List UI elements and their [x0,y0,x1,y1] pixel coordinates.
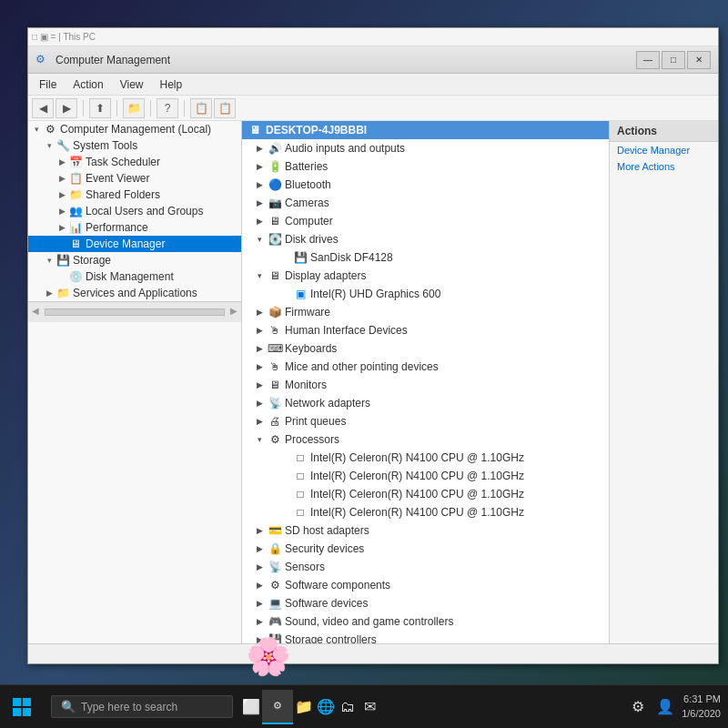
device-cpu-2[interactable]: □ Intel(R) Celeron(R) N4100 CPU @ 1.10GH… [242,485,609,503]
tree-local-users[interactable]: ▶ 👥 Local Users and Groups [28,203,241,219]
disk-drives-toggle: ▾ [249,235,268,244]
event-viewer-icon: 📋 [68,171,83,186]
close-button[interactable]: ✕ [687,51,711,69]
device-batteries[interactable]: ▶ 🔋 Batteries [242,157,609,176]
device-firmware[interactable]: ▶ 📦 Firmware [242,303,609,321]
cpu2-icon: □ [293,487,308,501]
monitors-toggle: ▶ [249,380,268,389]
audio-icon: 🔊 [268,141,282,156]
tree-scrollbar[interactable] [45,308,225,316]
sound-toggle: ▶ [249,617,268,626]
device-software-comp[interactable]: ▶ ⚙ Software components [242,576,609,594]
bluetooth-icon: 🔵 [268,177,282,192]
device-processors[interactable]: ▾ ⚙ Processors [242,430,609,449]
task-sched-toggle: ▶ [56,157,68,167]
tree-device-manager[interactable]: 🖥 Device Manager [28,236,241,252]
device-hid[interactable]: ▶ 🖱 Human Interface Devices [242,321,609,339]
taskbar-mail[interactable]: ✉ [359,696,380,718]
tree-shared-folders[interactable]: ▶ 📁 Shared Folders [28,187,241,203]
tree-root[interactable]: ▾ ⚙ Computer Management (Local) [28,121,241,137]
device-security[interactable]: ▶ 🔒 Security devices [242,540,609,558]
tree-storage-label: Storage [73,254,111,267]
taskbar-file-explorer[interactable]: 📁 [293,696,315,718]
device-network[interactable]: ▶ 📡 Network adapters [242,394,609,412]
device-audio[interactable]: ▶ 🔊 Audio inputs and outputs [242,139,609,157]
device-cpu-1[interactable]: □ Intel(R) Celeron(R) N4100 CPU @ 1.10GH… [242,467,609,485]
disk-mgmt-icon: 💿 [68,269,83,284]
cameras-icon: 📷 [268,196,282,210]
cpu2-toggle [275,490,293,499]
device-cpu-3[interactable]: □ Intel(R) Celeron(R) N4100 CPU @ 1.10GH… [242,503,609,521]
sensors-label: Sensors [285,561,325,573]
sw-dev-toggle: ▶ [249,599,268,608]
device-sd-host[interactable]: ▶ 💳 SD host adapters [242,521,609,540]
device-keyboards[interactable]: ▶ ⌨ Keyboards [242,339,609,358]
taskbar-computer-mgmt[interactable]: ⚙ [262,690,293,724]
help-toolbar-button[interactable]: ? [157,98,178,118]
device-cpu-0[interactable]: □ Intel(R) Celeron(R) N4100 CPU @ 1.10GH… [242,449,609,467]
sound-label: Sound, video and game controllers [285,615,453,628]
settings-tray-icon[interactable]: ⚙ [627,696,649,718]
menu-view[interactable]: View [113,76,151,93]
tree-disk-management[interactable]: 💿 Disk Management [28,268,241,285]
windows-logo [13,698,31,716]
minimize-button[interactable]: — [636,51,660,69]
device-software-dev[interactable]: ▶ 💻 Software devices [242,594,609,612]
device-storage-ctrl[interactable]: ▶ 💾 Storage controllers [242,631,609,643]
device-mice[interactable]: ▶ 🖱 Mice and other pointing devices [242,358,609,376]
properties-button[interactable]: 📋 [214,98,236,118]
taskbar-store[interactable]: 🗂 [337,696,359,718]
device-disk-drives[interactable]: ▾ 💽 Disk drives [242,230,609,248]
taskbar-edge[interactable]: 🌐 [315,696,337,718]
processors-label: Processors [285,433,339,446]
tree-task-scheduler[interactable]: ▶ 📅 Task Scheduler [28,154,241,170]
action-more-actions[interactable]: More Actions [610,158,718,175]
tree-task-sched-label: Task Scheduler [86,156,160,168]
batteries-label: Batteries [285,160,328,173]
device-print-queues[interactable]: ▶ 🖨 Print queues [242,412,609,430]
action-device-manager[interactable]: Device Manager [610,142,718,158]
start-button[interactable] [0,685,44,729]
forward-button[interactable]: ▶ [56,98,77,118]
security-icon: 🔒 [268,541,282,556]
menu-action[interactable]: Action [66,76,110,93]
menu-help[interactable]: Help [153,76,190,93]
back-button[interactable]: ◀ [32,98,54,118]
device-display-adapters[interactable]: ▾ 🖥 Display adapters [242,267,609,285]
tree-storage[interactable]: ▾ 💾 Storage [28,252,241,268]
network-tray-icon[interactable]: 👤 [654,696,676,718]
tree-performance-label: Performance [86,221,148,234]
tree-services-apps[interactable]: ▶ 📁 Services and Applications [28,285,241,301]
device-computer[interactable]: ▶ 🖥 Computer [242,212,609,230]
device-bluetooth[interactable]: ▶ 🔵 Bluetooth [242,176,609,194]
sensors-toggle: ▶ [249,562,268,571]
device-cameras[interactable]: ▶ 📷 Cameras [242,194,609,212]
left-tree-panel[interactable]: ▾ ⚙ Computer Management (Local) ▾ 🔧 Syst… [28,121,242,643]
up-button[interactable]: ⬆ [89,98,111,118]
search-placeholder-text: Type here to search [81,701,177,713]
task-view-button[interactable]: ⬜ [240,696,262,718]
export-button[interactable]: 📋 [190,98,212,118]
tree-system-tools[interactable]: ▾ 🔧 System Tools [28,137,241,154]
taskbar-search-bar[interactable]: 🔍 Type here to search [51,695,233,718]
maximize-button[interactable]: □ [662,51,685,69]
time-display: 6:31 PM [682,693,721,706]
storage-icon: 💾 [56,253,70,268]
sw-comp-label: Software components [285,579,390,592]
search-icon-taskbar: 🔍 [61,700,76,713]
show-hide-tree-button[interactable]: 📁 [123,98,145,118]
device-intel-graphics[interactable]: ▣ Intel(R) UHD Graphics 600 [242,285,609,303]
local-users-icon: 👥 [68,204,83,218]
device-sandisk[interactable]: 💾 SanDisk DF4128 [242,248,609,267]
date-display: 1/6/2020 [682,707,721,721]
sandisk-icon: 💾 [293,250,308,265]
device-sensors[interactable]: ▶ 📡 Sensors [242,558,609,576]
device-monitors[interactable]: ▶ 🖥 Monitors [242,376,609,394]
mice-label: Mice and other pointing devices [285,360,439,373]
device-sound[interactable]: ▶ 🎮 Sound, video and game controllers [242,612,609,631]
right-device-panel[interactable]: 🖥 DESKTOP-4J9BBBI ▶ 🔊 Audio inputs and o… [242,121,609,643]
action-panel-header: Actions [610,121,718,142]
tree-performance[interactable]: ▶ 📊 Performance [28,219,241,236]
menu-file[interactable]: File [32,76,64,93]
tree-event-viewer[interactable]: ▶ 📋 Event Viewer [28,170,241,187]
